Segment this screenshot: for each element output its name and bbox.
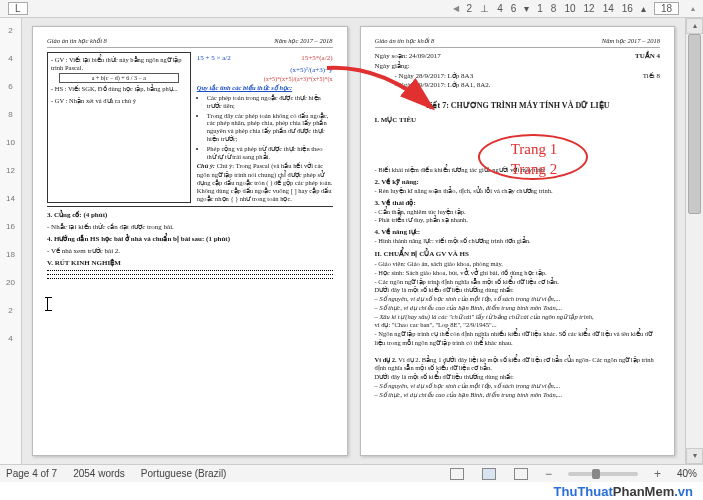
scroll-down-icon[interactable]: ▾ [686,448,703,464]
top-ruler-bar: L ◀ 2 ⊥ 4 6 ▾ 1 8 10 12 14 16 ▴ 18 ▴ [0,0,703,18]
workspace: 246 81012 141618 2024 Trang 1 Trang 2 Gi… [0,18,685,464]
pages-area[interactable]: Trang 1 Trang 2 Giáo án tin học khối 8Nă… [22,18,685,464]
right-column: 15 + 5 × a/215+5*(a/2) (x+5)²/(a+3)−y (x… [197,52,333,203]
page-header: Giáo án tin học khối 8Năm học 2017 – 201… [47,37,333,48]
zoom-slider[interactable] [568,472,638,476]
text-cursor [47,297,48,311]
page-header: Giáo án tin học khối 8Năm học 2017 – 201… [375,37,661,48]
web-layout-icon[interactable] [514,468,528,480]
document-page-right[interactable]: Giáo án tin học khối 8Năm học 2017 – 201… [360,26,676,456]
word-count[interactable]: 2054 words [73,468,125,479]
indent-marker-icon[interactable]: ▴ [641,3,646,14]
indent-marker-icon[interactable]: ▾ [524,3,529,14]
zoom-out-button[interactable]: − [545,467,552,481]
ruler-end: 18 [654,2,679,15]
ruler-L: L [8,2,28,15]
watermark: ThuThuatPhanMem.vn [0,482,703,500]
vertical-ruler: 246 81012 141618 2024 [0,18,22,464]
tab-marker-icon: ⊥ [480,3,489,14]
zoom-handle[interactable] [592,469,600,479]
chevron-up-icon[interactable]: ▴ [691,4,695,13]
page-indicator[interactable]: Page 4 of 7 [6,468,57,479]
left-column: - GV : Viết lại biểu thức này bằng ngôn … [47,52,191,203]
document-page-left[interactable]: Giáo án tin học khối 8Năm học 2017 – 201… [32,26,348,456]
scroll-up-icon[interactable]: ▴ [686,18,703,34]
language-indicator[interactable]: Portuguese (Brazil) [141,468,227,479]
zoom-percent[interactable]: 40% [677,468,697,479]
zoom-in-button[interactable]: + [654,467,661,481]
status-bar: Page 4 of 7 2054 words Portuguese (Brazi… [0,464,703,482]
read-mode-icon[interactable] [450,468,464,480]
lesson-title: Tiết 7: CHƯƠNG TRÌNH MÁY TÍNH VÀ DỮ LIỆU [375,101,661,110]
chevron-left-icon[interactable]: ◀ [453,4,459,13]
vertical-scrollbar[interactable]: ▴ ▾ [685,18,703,464]
scrollbar-thumb[interactable] [688,34,701,214]
print-layout-icon[interactable] [482,468,496,480]
